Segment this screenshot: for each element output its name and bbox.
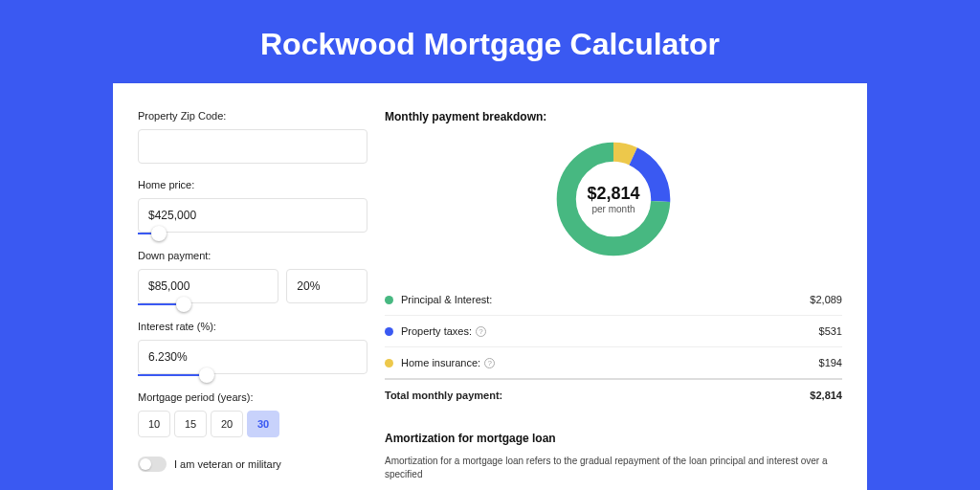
zip-field: Property Zip Code:	[138, 110, 368, 164]
legend-label: Property taxes: ?	[401, 325, 819, 337]
veteran-toggle-row: I am veteran or military	[138, 457, 368, 472]
legend-row: Home insurance: ?$194	[385, 346, 842, 378]
period-button-group: 10152030	[138, 411, 368, 437]
interest-rate-field: Interest rate (%):	[138, 321, 368, 376]
legend-label: Home insurance: ?	[401, 357, 819, 368]
home-price-field: Home price:	[138, 179, 368, 234]
period-button-15[interactable]: 15	[174, 411, 207, 437]
donut-center: $2,814 per month	[551, 137, 676, 261]
legend-total-label: Total monthly payment:	[385, 390, 810, 401]
mortgage-period-field: Mortgage period (years): 10152030	[138, 391, 368, 437]
zip-input[interactable]	[138, 129, 368, 164]
amortization-text: Amortization for a mortgage loan refers …	[385, 455, 842, 481]
legend: Principal & Interest:$2,089Property taxe…	[385, 284, 842, 411]
home-price-slider[interactable]	[138, 233, 368, 234]
interest-rate-slider[interactable]	[138, 374, 368, 376]
down-payment-label: Down payment:	[138, 250, 368, 261]
donut-sub: per month	[591, 204, 635, 214]
info-icon[interactable]: ?	[476, 326, 486, 337]
interest-rate-input[interactable]	[138, 340, 368, 374]
down-payment-field: Down payment:	[138, 250, 368, 305]
legend-dot-icon	[385, 327, 393, 336]
period-button-30[interactable]: 30	[247, 411, 279, 437]
donut-amount: $2,814	[587, 184, 639, 204]
legend-value: $531	[819, 325, 842, 337]
slider-thumb[interactable]	[176, 297, 191, 312]
breakdown-title: Monthly payment breakdown:	[385, 110, 842, 123]
legend-label: Principal & Interest:	[401, 294, 810, 305]
legend-value: $194	[819, 357, 842, 368]
calculator-card: Property Zip Code: Home price: Down paym…	[113, 83, 867, 490]
legend-total-value: $2,814	[810, 390, 842, 401]
info-icon[interactable]: ?	[484, 358, 495, 368]
legend-dot-icon	[385, 359, 393, 368]
interest-rate-label: Interest rate (%):	[138, 321, 368, 332]
input-column: Property Zip Code: Home price: Down paym…	[138, 110, 368, 490]
legend-value: $2,089	[810, 294, 842, 305]
home-price-label: Home price:	[138, 179, 368, 190]
slider-thumb[interactable]	[151, 226, 167, 241]
down-payment-amount-input[interactable]	[138, 269, 278, 303]
page-title: Rockwood Mortgage Calculator	[0, 0, 980, 83]
period-button-20[interactable]: 20	[211, 411, 243, 437]
slider-thumb[interactable]	[199, 368, 214, 383]
donut-chart-wrap: $2,814 per month	[385, 137, 842, 261]
slider-fill	[138, 374, 207, 376]
breakdown-column: Monthly payment breakdown: $2,814 per mo…	[385, 110, 842, 490]
legend-dot-icon	[385, 296, 393, 304]
down-payment-pct-input[interactable]	[286, 269, 368, 303]
veteran-toggle[interactable]	[138, 457, 167, 472]
down-payment-slider[interactable]	[138, 303, 368, 305]
legend-row: Principal & Interest:$2,089	[385, 284, 842, 315]
period-button-10[interactable]: 10	[138, 411, 170, 437]
donut-chart: $2,814 per month	[551, 137, 676, 261]
zip-label: Property Zip Code:	[138, 110, 368, 122]
amortization-title: Amortization for mortgage loan	[385, 432, 842, 445]
legend-total-row: Total monthly payment:$2,814	[385, 378, 842, 411]
veteran-toggle-label: I am veteran or military	[174, 458, 281, 470]
legend-row: Property taxes: ?$531	[385, 315, 842, 346]
mortgage-period-label: Mortgage period (years):	[138, 391, 368, 403]
home-price-input[interactable]	[138, 198, 368, 233]
